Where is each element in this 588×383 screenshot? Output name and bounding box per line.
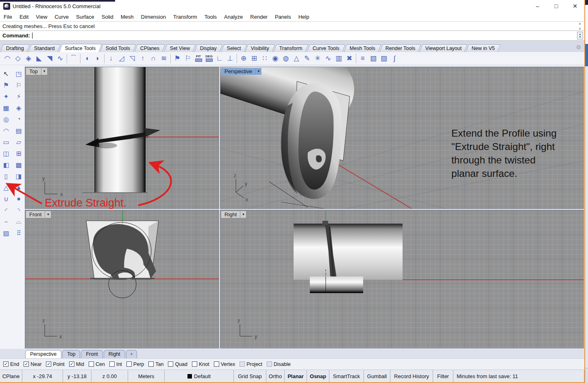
fillet-surface-icon[interactable]: ◇ (13, 53, 23, 64)
status-cell[interactable]: Gumball (364, 370, 390, 382)
untrim-icon[interactable]: ⚐ (13, 80, 24, 90)
draft-angle-icon[interactable]: ▨ (379, 53, 389, 64)
status-cell[interactable]: Meters (128, 370, 165, 382)
blend-surface-icon[interactable]: ∿ (55, 53, 65, 64)
status-cell[interactable]: y -13.18 (63, 370, 91, 382)
toolbar-tab[interactable]: Viewport Layout (420, 44, 468, 52)
offset-surface-icon[interactable]: ↓ (106, 53, 116, 64)
toolbar-tab[interactable]: Display (194, 44, 222, 52)
viewport-tab[interactable]: Right (104, 350, 125, 358)
triangle-cage-icon[interactable]: △ (291, 53, 302, 64)
minimize-button[interactable]: – (528, 0, 547, 12)
extrude-straight-icon[interactable]: ▯ (1, 171, 11, 181)
history-scrollbar[interactable]: ∧∨ (577, 22, 583, 30)
status-cell[interactable]: Planar (285, 370, 307, 382)
spin-up-icon[interactable]: ▲ (579, 33, 581, 35)
checkbox-icon[interactable] (214, 361, 219, 367)
viewport-label-top[interactable]: Top ▼ (26, 68, 47, 75)
sheet-grid-icon[interactable]: ▤ (13, 125, 24, 136)
cutplane-icon[interactable]: ◧ (1, 159, 11, 170)
maximize-button[interactable]: □ (547, 0, 566, 12)
surface-patch-icon[interactable]: ◈ (13, 102, 24, 113)
viewport-label-perspective[interactable]: Perspective ▼ (221, 68, 261, 75)
menu-item[interactable]: Edit (16, 14, 32, 20)
toolbar-tab[interactable]: Drafting (0, 44, 30, 52)
checkbox-icon[interactable] (126, 361, 132, 367)
box-points-icon[interactable]: ⊞ (13, 148, 24, 159)
viewport-tab[interactable]: + (126, 350, 137, 358)
surface-points-icon[interactable]: ▦ (1, 102, 11, 113)
checkbox-icon[interactable] (240, 361, 245, 367)
gear-icon[interactable]: ⚙ (576, 44, 581, 50)
drape-fork-icon[interactable]: ⌢ (1, 216, 11, 227)
osnap-toggle[interactable]: Mid (69, 361, 84, 367)
status-cell[interactable]: Ortho (266, 370, 285, 382)
osnap-toggle[interactable]: Point (46, 361, 65, 367)
menu-item[interactable]: Solid (98, 14, 117, 20)
viewport-tab[interactable]: Top (62, 350, 80, 358)
delete-surface-icon[interactable]: ✖ (344, 53, 355, 64)
osnap-toggle[interactable]: Project (240, 361, 262, 367)
command-input[interactable]: Command: ▲▼ (0, 31, 584, 41)
transform-points-icon[interactable]: ◳ (13, 68, 24, 79)
menu-item[interactable]: Render (246, 14, 271, 20)
toolbar-tab[interactable]: Set View (164, 44, 196, 52)
spotlight-icon[interactable]: ◔ (13, 114, 24, 124)
viewport-label-right[interactable]: Right ▼ (221, 211, 246, 218)
insert-edge-icon[interactable]: ∟ (214, 53, 225, 64)
extrude-to-point-icon[interactable]: △ (1, 182, 11, 193)
osnap-toggle[interactable]: Int (109, 361, 122, 367)
variable-chamfer-surface-icon[interactable]: ◥ (44, 53, 55, 64)
viewport-right[interactable]: z y Right ▼ (220, 210, 584, 348)
change-degree-icon[interactable]: DEG (204, 53, 214, 64)
menu-item[interactable]: Panels (271, 14, 295, 20)
variable-fillet-surface-icon[interactable]: ◈ (23, 53, 34, 64)
scroll-up-icon[interactable]: ∧ (579, 22, 581, 26)
project-to-cplane-icon[interactable]: ⊥ (225, 53, 235, 64)
plane-icon[interactable]: ▭ (1, 137, 11, 147)
chevron-down-icon[interactable]: ▼ (255, 68, 261, 75)
lightning-flash-icon[interactable]: ⚡ (13, 91, 24, 102)
checkbox-icon[interactable] (46, 361, 51, 367)
drape-icon[interactable]: ⌓ (13, 216, 24, 227)
toolbar-tab[interactable]: Transform (274, 44, 308, 52)
toolbar-tab[interactable]: New in V5 (466, 44, 501, 52)
wave-rebuild-icon[interactable]: ≋ (159, 53, 169, 64)
menu-item[interactable]: Tools (201, 14, 220, 20)
menu-item[interactable]: Surface (72, 14, 98, 20)
extend-surface-icon[interactable]: ◠ (2, 53, 13, 64)
expand-region-icon[interactable]: ⊞ (249, 53, 259, 64)
status-cell[interactable]: Default (165, 370, 234, 382)
flatten-pen-icon[interactable]: ✎ (302, 53, 312, 64)
menu-item[interactable]: File (0, 14, 16, 20)
remap-cplane-icon[interactable]: ⚐ (183, 53, 193, 64)
viewport-tab[interactable]: Front (81, 350, 102, 358)
status-cell[interactable]: SmartTrack (329, 370, 364, 382)
torus-icon[interactable]: ◎ (1, 114, 11, 124)
menu-item[interactable]: Dimension (137, 14, 170, 20)
osnap-toggle[interactable]: End (3, 361, 19, 367)
toolbar-tab[interactable]: CPlanes (135, 44, 166, 52)
menu-item[interactable]: Transform (170, 14, 201, 20)
cylinder-icon[interactable]: ◍ (281, 53, 291, 64)
chevron-down-icon[interactable]: ▼ (45, 211, 51, 218)
viewport-tab[interactable]: Perspective (25, 350, 61, 358)
viewport-perspective[interactable]: z y x Extend the Profile using "Extrude … (220, 67, 584, 209)
status-cell[interactable]: Minutes from last save: 11 (453, 370, 584, 382)
status-cell[interactable]: z 0.00 (91, 370, 128, 382)
osnap-toggle[interactable]: Tan (148, 361, 163, 367)
curve-sheet-icon[interactable]: ∿ (323, 53, 333, 64)
explode-star-icon[interactable]: ✦ (1, 91, 11, 102)
checkbox-icon[interactable] (267, 361, 272, 367)
checkbox-icon[interactable] (168, 361, 173, 367)
book-pages-icon[interactable]: ▥ (333, 53, 344, 64)
status-cell[interactable]: Record History (390, 370, 433, 382)
trim-icon[interactable]: ⚑ (1, 80, 11, 90)
menu-item[interactable]: Help (295, 14, 313, 20)
osnap-toggle[interactable]: Quad (168, 361, 187, 367)
osnap-toggle[interactable]: Vertex (214, 361, 235, 367)
plane-3pt-icon[interactable]: ▱ (13, 137, 24, 147)
status-cell[interactable]: Grid Snap (234, 370, 266, 382)
toolbar-tab[interactable]: Select (221, 44, 247, 52)
status-cell[interactable]: CPlane (0, 370, 22, 382)
